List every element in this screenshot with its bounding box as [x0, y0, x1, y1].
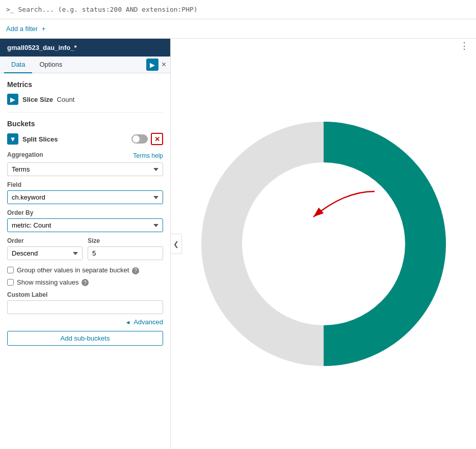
metrics-title: Metrics [7, 80, 163, 89]
metrics-expand-btn[interactable]: ▶ [7, 94, 18, 105]
order-by-row: Order By metric: Count [7, 209, 163, 232]
order-label: Order [7, 237, 83, 244]
buckets-title: Buckets [7, 120, 163, 128]
order-col: Order Descend Ascend [7, 237, 83, 260]
donut-svg [191, 111, 456, 376]
split-slices-toggle[interactable] [131, 134, 148, 144]
order-by-label: Order By [7, 209, 163, 216]
buckets-section: Buckets ▼ Split Slices ✕ [7, 120, 163, 346]
bucket-toggle-wrap: ✕ [131, 133, 163, 145]
group-other-row: Group other values in separate bucket ? [7, 266, 163, 274]
order-select[interactable]: Descend Ascend [7, 246, 83, 260]
group-other-help-icon[interactable]: ? [132, 267, 139, 274]
show-missing-row: Show missing values ? [7, 278, 163, 287]
main-layout: gmall0523_dau_info_* Data Options ▶ × Me… [0, 39, 476, 449]
field-select[interactable]: ch.keyword [7, 190, 163, 204]
terms-help-link[interactable]: Terms help [133, 152, 163, 159]
three-dots-menu[interactable]: ⋮ [460, 40, 470, 51]
aggregation-label: Aggregation [7, 151, 43, 158]
show-missing-label: Show missing values ? [17, 278, 89, 287]
metrics-label: Slice Size Count [22, 96, 74, 103]
sidebar-content: Metrics ▶ Slice Size Count Buckets ▼ Spl… [0, 73, 170, 449]
bucket-expand-btn[interactable]: ▼ [7, 133, 18, 145]
custom-label-section: Custom Label [7, 291, 163, 314]
search-bar: >_ Search... (e.g. status:200 AND extens… [0, 0, 476, 19]
group-other-label: Group other values in separate bucket ? [17, 266, 139, 274]
metrics-label-rest: Count [57, 96, 75, 103]
tab-data[interactable]: Data [4, 57, 32, 73]
bucket-title: Split Slices [22, 135, 127, 143]
run-button[interactable]: ▶ [146, 59, 158, 71]
group-other-checkbox[interactable] [7, 267, 14, 273]
show-missing-help-icon[interactable]: ? [82, 279, 89, 286]
custom-label-label: Custom Label [7, 291, 163, 298]
search-prompt: >_ Search... (e.g. status:200 AND extens… [6, 6, 198, 13]
advanced-arrow-icon: ◄ [125, 319, 130, 325]
sidebar-title: gmall0523_dau_info_* [7, 44, 77, 51]
tab-actions: ▶ × [146, 59, 166, 71]
donut-chart [191, 111, 456, 376]
metrics-label-bold: Slice Size [22, 96, 53, 103]
bucket-header: ▼ Split Slices ✕ [7, 133, 163, 145]
aggregation-row: Aggregation Terms help Terms [7, 151, 163, 176]
filter-bar: Add a filter + [0, 19, 476, 39]
show-missing-checkbox[interactable] [7, 279, 14, 286]
toggle-slider [131, 134, 148, 144]
field-row: Field ch.keyword [7, 181, 163, 204]
advanced-link[interactable]: ◄ Advanced [125, 318, 163, 326]
advanced-row: ◄ Advanced [7, 318, 163, 326]
delete-button[interactable]: ✕ [151, 133, 163, 145]
sidebar: gmall0523_dau_info_* Data Options ▶ × Me… [0, 39, 171, 449]
tab-options[interactable]: Options [32, 57, 69, 73]
sidebar-header: gmall0523_dau_info_* [0, 39, 170, 57]
aggregation-select[interactable]: Terms [7, 162, 163, 176]
add-filter-link[interactable]: Add a filter + [6, 25, 45, 33]
collapse-icon: ❮ [173, 240, 179, 248]
order-by-select[interactable]: metric: Count [7, 218, 163, 232]
divider-1 [7, 112, 163, 113]
size-col: Size [88, 237, 163, 260]
collapse-sidebar-button[interactable]: ❮ [171, 234, 182, 254]
size-label: Size [88, 237, 163, 244]
chart-area: ❮ ⋮ [171, 39, 476, 449]
metrics-item: ▶ Slice Size Count [7, 94, 163, 105]
order-size-row: Order Descend Ascend Size [7, 237, 163, 260]
field-label: Field [7, 181, 163, 188]
size-input[interactable] [88, 246, 163, 260]
sidebar-tabs: Data Options ▶ × [0, 57, 170, 73]
add-sub-buckets-button[interactable]: Add sub-buckets [7, 331, 163, 346]
custom-label-input[interactable] [7, 300, 163, 314]
aggregation-label-row: Aggregation Terms help [7, 151, 163, 160]
close-button[interactable]: × [162, 59, 166, 71]
